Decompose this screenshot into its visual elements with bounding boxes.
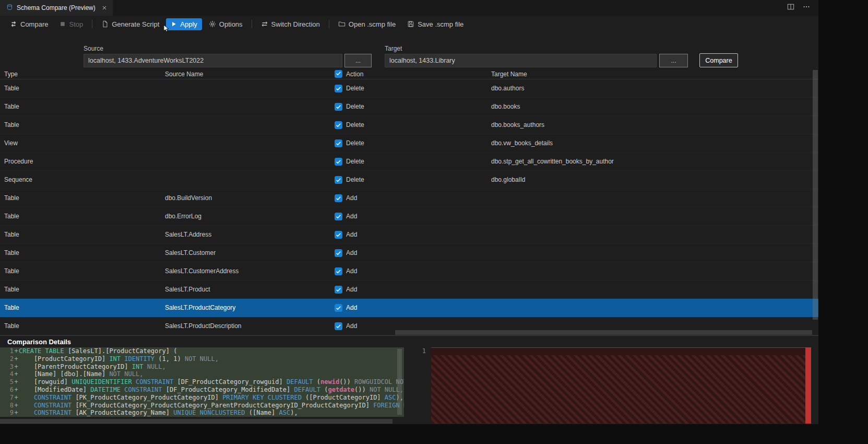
row-action: Add bbox=[346, 286, 491, 293]
diff-add-marker: + bbox=[14, 355, 19, 363]
row-source-name: SalesLT.Product bbox=[165, 286, 330, 293]
row-type: Table bbox=[0, 322, 165, 330]
code-line-content: [Name] [dbo].[Name] NOT NULL, bbox=[19, 370, 143, 378]
close-icon[interactable] bbox=[101, 5, 108, 11]
tab-schema-compare[interactable]: Schema Compare (Preview) bbox=[0, 0, 113, 16]
open-scmp-button[interactable]: Open .scmp file bbox=[334, 18, 400, 30]
code-line: 2+ [ProductCategoryID] INT IDENTITY (1, … bbox=[0, 355, 404, 363]
include-checkbox[interactable] bbox=[335, 158, 342, 166]
toolbar-item-label: Generate Script bbox=[112, 20, 159, 28]
table-row[interactable]: Table SalesLT.Product Add bbox=[0, 281, 818, 299]
switch-direction-button[interactable]: Switch Direction bbox=[256, 18, 325, 30]
schema-compare-icon bbox=[6, 4, 13, 12]
code-line-content: [ParentProductCategoryID] INT NULL, bbox=[19, 363, 166, 371]
more-actions-icon[interactable] bbox=[803, 3, 810, 13]
diff-left-vertical-scrollbar[interactable] bbox=[397, 349, 402, 415]
split-editor-icon[interactable] bbox=[787, 3, 794, 13]
code-line: 4+ [Name] [dbo].[Name] NOT NULL, bbox=[0, 370, 404, 378]
table-row[interactable]: Table SalesLT.ProductCategory Add bbox=[0, 299, 818, 317]
code-line: 5+ [rowguid] UNIQUEIDENTIFIER CONSTRAINT… bbox=[0, 378, 404, 386]
toolbar-item-label: Compare bbox=[20, 20, 48, 28]
tab-bar: Schema Compare (Preview) bbox=[0, 0, 818, 16]
table-row[interactable]: Table dbo.BuildVersion Add bbox=[0, 189, 818, 207]
compare-button[interactable]: Compare bbox=[5, 18, 53, 30]
row-action: Delete bbox=[346, 176, 491, 183]
apply-button[interactable]: Apply bbox=[166, 18, 202, 30]
table-row[interactable]: Table dbo.ErrorLog Add bbox=[0, 207, 818, 226]
source-label: Source bbox=[84, 45, 103, 52]
row-source-name: SalesLT.ProductDescription bbox=[165, 322, 330, 330]
line-number: 8 bbox=[0, 402, 14, 410]
include-checkbox[interactable] bbox=[335, 267, 342, 275]
target-browse-button[interactable]: ... bbox=[659, 54, 688, 67]
grid-vertical-scrollbar[interactable] bbox=[812, 70, 818, 325]
row-type: Table bbox=[0, 213, 165, 220]
include-checkbox[interactable] bbox=[335, 213, 342, 220]
row-action: Delete bbox=[346, 121, 491, 128]
include-checkbox[interactable] bbox=[335, 322, 342, 330]
stop-button[interactable]: Stop bbox=[55, 18, 88, 30]
save-scmp-button[interactable]: Save .scmp file bbox=[402, 18, 468, 30]
line-number: 2 bbox=[0, 355, 14, 363]
options-button[interactable]: Options bbox=[204, 18, 247, 30]
line-number: 5 bbox=[0, 378, 14, 386]
include-checkbox[interactable] bbox=[335, 304, 342, 312]
folder-open-icon bbox=[338, 20, 346, 28]
diff-add-marker: + bbox=[14, 409, 19, 417]
row-target-name: dbo.globalId bbox=[491, 176, 654, 183]
compare-icon bbox=[10, 20, 17, 28]
line-number: 4 bbox=[0, 370, 14, 378]
table-row[interactable]: Table Delete dbo.books_authors bbox=[0, 116, 818, 134]
target-input[interactable] bbox=[385, 54, 657, 67]
column-header-type[interactable]: Type bbox=[0, 71, 165, 78]
code-line: 3+ [ParentProductCategoryID] INT NULL, bbox=[0, 363, 404, 371]
table-row[interactable]: View Delete dbo.vw_books_details bbox=[0, 134, 818, 153]
diff-right-pane: 1 bbox=[410, 347, 818, 424]
schema-compare-window: Schema Compare (Preview) Compare Stop Ge… bbox=[0, 0, 818, 424]
table-row[interactable]: Sequence Delete dbo.globalId bbox=[0, 171, 818, 189]
diff-add-marker: + bbox=[14, 378, 19, 386]
toolbar-divider bbox=[329, 20, 329, 28]
diff-right-pad bbox=[811, 347, 818, 424]
diff-view: 1+CREATE TABLE [SalesLT].[ProductCategor… bbox=[0, 347, 818, 424]
include-checkbox[interactable] bbox=[335, 286, 342, 294]
table-row[interactable]: Procedure Delete dbo.stp_get_all_cowritt… bbox=[0, 153, 818, 171]
grid-horizontal-scrollbar[interactable] bbox=[395, 330, 812, 335]
line-number: 7 bbox=[0, 394, 14, 402]
include-checkbox[interactable] bbox=[335, 194, 342, 202]
row-type: Table bbox=[0, 194, 165, 202]
include-checkbox[interactable] bbox=[335, 231, 342, 239]
table-row[interactable]: Table SalesLT.Address Add bbox=[0, 226, 818, 244]
row-action: Add bbox=[346, 304, 491, 311]
code-line-content: [ProductCategoryID] INT IDENTITY (1, 1) … bbox=[19, 355, 219, 363]
table-row[interactable]: Table Delete dbo.books bbox=[0, 98, 818, 116]
grid-header: Type Source Name Action Target Name bbox=[0, 69, 818, 79]
source-browse-button[interactable]: ... bbox=[344, 54, 372, 67]
diff-add-marker: + bbox=[14, 402, 19, 410]
include-checkbox[interactable] bbox=[335, 176, 342, 184]
include-checkbox[interactable] bbox=[335, 103, 342, 111]
editor-actions bbox=[787, 3, 818, 13]
row-action: Add bbox=[346, 267, 491, 275]
check-icon bbox=[336, 71, 341, 78]
select-all-checkbox[interactable] bbox=[335, 70, 342, 78]
table-row[interactable]: Table Delete dbo.authors bbox=[0, 79, 818, 98]
column-header-target-name[interactable]: Target Name bbox=[491, 71, 654, 78]
source-input[interactable] bbox=[84, 54, 342, 67]
include-checkbox[interactable] bbox=[335, 249, 342, 257]
include-checkbox[interactable] bbox=[335, 121, 342, 129]
table-row[interactable]: Table SalesLT.Customer Add bbox=[0, 244, 818, 262]
row-action: Delete bbox=[346, 103, 491, 110]
column-header-source-name[interactable]: Source Name bbox=[165, 71, 330, 78]
table-row[interactable]: Table SalesLT.CustomerAddress Add bbox=[0, 262, 818, 281]
scrollbar-thumb[interactable] bbox=[813, 70, 818, 320]
code-line-content: [rowguid] UNIQUEIDENTIFIER CONSTRAINT [D… bbox=[19, 378, 404, 386]
line-number: 6 bbox=[0, 386, 14, 394]
compare-run-button[interactable]: Compare bbox=[699, 53, 738, 67]
include-checkbox[interactable] bbox=[335, 85, 342, 92]
generate-script-button[interactable]: Generate Script bbox=[97, 18, 164, 30]
line-number: 9 bbox=[0, 409, 14, 417]
column-header-action[interactable]: Action bbox=[346, 71, 491, 78]
diff-left-horizontal-scrollbar[interactable] bbox=[0, 419, 393, 424]
include-checkbox[interactable] bbox=[335, 139, 342, 147]
